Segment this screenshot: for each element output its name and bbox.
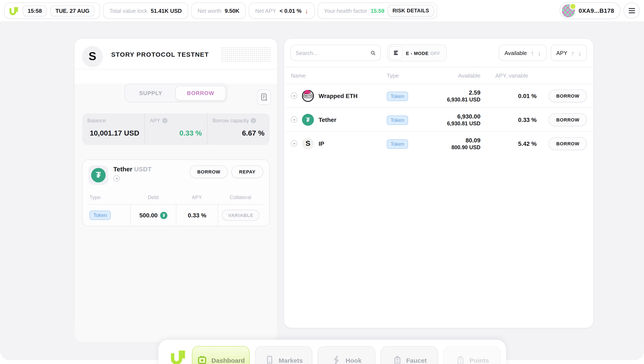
networth-stat: Net worth 9.50K <box>191 3 246 19</box>
position-panel-header: S STORY PROTOCOL TESTNET <box>74 39 277 70</box>
borrow-button[interactable]: BORROW <box>548 137 587 150</box>
app-logo-large-icon <box>169 347 187 364</box>
clock-group: 15:58 TUE. 27 AUG <box>4 3 100 19</box>
tab-borrow[interactable]: BORROW <box>176 86 226 100</box>
market-row-wrapped-eth[interactable]: WETH Wrapped ETH Token 2.59 6,930.81 USD… <box>284 84 593 107</box>
content-background: S STORY PROTOCOL TESTNET SUPPLY BO <box>0 21 644 360</box>
menu-button[interactable] <box>624 3 640 19</box>
sort-available-asc-icon[interactable]: ↑ <box>531 49 534 57</box>
tether-position-card: ₮ Tether USDT BORROW REPAY <box>82 159 270 226</box>
emode-label: E - MODE <box>406 51 429 56</box>
position-type-badge: Token <box>90 211 111 220</box>
header-apy: APY, variable <box>480 73 548 79</box>
wallet-button[interactable]: 0XA9...B178 <box>560 2 620 19</box>
header-name: Name <box>291 73 387 79</box>
nav-item-markets[interactable]: Markets <box>255 346 312 364</box>
position-panel-body: SUPPLY BORROW Balance 10,001.17 USD APY … <box>74 84 277 342</box>
nav-label-markets: Markets <box>279 356 303 364</box>
borrow-button[interactable]: BORROW <box>548 113 587 126</box>
top-bar: 15:58 TUE. 27 AUG Total value lock 51.41… <box>0 0 644 21</box>
search-input[interactable] <box>296 50 370 56</box>
nav-item-hook[interactable]: Hook <box>318 346 375 364</box>
sort-available-pill[interactable]: Available ↑ ↓ <box>499 45 546 61</box>
market-row-tether[interactable]: ₮ Tether Token 6,930.00 6,930.81 USD 0.3… <box>284 107 593 131</box>
search-icon <box>370 49 376 57</box>
available-amount: 2.59 <box>427 89 480 96</box>
col-collateral: Collateral <box>218 192 263 204</box>
row-expand-icon[interactable] <box>291 93 297 99</box>
borrow-capacity-value: 6.67 % <box>212 129 264 138</box>
tab-supply[interactable]: SUPPLY <box>126 86 176 100</box>
sort-apy-label: APY <box>556 50 567 56</box>
borrow-stats-row: Balance 10,001.17 USD APY i 0.33 % Borro… <box>82 113 270 145</box>
asset-name: Tether <box>318 116 336 123</box>
market-title: STORY PROTOCOL TESTNET <box>111 51 209 58</box>
position-table-header: Type Debt APY Collateral <box>88 192 263 204</box>
app-viewport: 15:58 TUE. 27 AUG Total value lock 51.41… <box>0 0 644 364</box>
nav-item-faucet[interactable]: Faucet <box>381 346 438 364</box>
netapy-label: Net APY <box>255 8 276 14</box>
sort-apy-asc-icon[interactable]: ↑ <box>571 49 574 57</box>
apy-stat: APY i 0.33 % <box>144 113 207 145</box>
dot-grid-decoration <box>221 47 271 62</box>
row-expand-icon[interactable] <box>291 140 297 147</box>
supply-borrow-tabs: SUPPLY BORROW <box>124 84 228 102</box>
hook-icon <box>332 355 342 364</box>
apy-label: APY <box>150 118 160 124</box>
header-available: Available <box>427 73 480 79</box>
row-expand-icon[interactable] <box>291 116 297 123</box>
health-factor-stat: Your health factor 15.59 RISK DETAILS <box>318 3 437 19</box>
apy-value: 0.33 % <box>150 129 202 138</box>
tvl-value: 51.41K USD <box>151 8 182 14</box>
borrow-button[interactable]: BORROW <box>548 89 587 102</box>
emode-toggle[interactable]: E - MODEOFF <box>387 44 446 61</box>
position-asset-symbol: USDT <box>134 165 152 173</box>
borrow-capacity-stat: Borrow capacity i 6.67 % <box>207 113 270 145</box>
balance-stat: Balance 10,001.17 USD <box>82 113 144 145</box>
markets-table-header: Name Type Available APY, variable <box>284 67 593 84</box>
hamburger-icon <box>628 8 635 9</box>
apy-info-icon[interactable]: i <box>162 118 168 123</box>
position-name-column: Tether USDT <box>113 165 152 182</box>
position-panel: S STORY PROTOCOL TESTNET SUPPLY BO <box>74 38 278 328</box>
dashboard-chip-icon <box>197 355 208 364</box>
time-display: 15:58 <box>22 5 47 17</box>
col-apy: APY <box>176 192 218 204</box>
markets-toolbar: E - MODEOFF Available ↑ ↓ APY ↑ ↓ <box>284 39 593 67</box>
position-table-row: Token 500.00 ₮ 0.33 % VARIABLE <box>88 204 263 226</box>
asset-type-badge: Token <box>387 139 408 149</box>
sort-available-desc-icon[interactable]: ↓ <box>538 49 541 57</box>
available-amount: 6,930.00 <box>427 113 480 120</box>
position-report-button[interactable] <box>257 90 271 105</box>
networth-value: 9.50K <box>225 8 239 14</box>
emode-icon <box>389 46 402 60</box>
nav-item-points[interactable]: Points <box>444 346 501 364</box>
borrow-capacity-info-icon[interactable]: i <box>251 118 256 123</box>
story-protocol-logo: S <box>82 46 103 67</box>
risk-details-button[interactable]: RISK DETAILS <box>388 5 434 17</box>
sort-controls: Available ↑ ↓ APY ↑ ↓ <box>499 45 587 61</box>
market-row-ip[interactable]: S IP Token 80.09 800.90 USD 5.42 % BORRO… <box>284 131 593 155</box>
position-actions: BORROW REPAY <box>190 165 263 178</box>
col-debt: Debt <box>130 192 176 204</box>
asset-type-badge: Token <box>387 115 408 125</box>
wallet-address: 0XA9...B178 <box>578 7 614 14</box>
search-box <box>290 45 381 61</box>
nav-label-hook: Hook <box>346 356 362 364</box>
collateral-variable-pill[interactable]: VARIABLE <box>222 210 260 221</box>
available-usd: 6,930.81 USD <box>427 120 480 126</box>
app-logo-icon <box>8 5 19 16</box>
sort-apy-pill[interactable]: APY ↑ ↓ <box>551 45 587 61</box>
sort-apy-desc-icon[interactable]: ↓ <box>578 49 582 57</box>
position-table: Type Debt APY Collateral Token 500.00 ₮ … <box>88 192 263 226</box>
position-repay-button[interactable]: REPAY <box>232 165 263 178</box>
nav-label-dashboard: Dashboard <box>212 356 245 364</box>
markets-icon <box>265 355 275 364</box>
position-debt-value: 500.00 <box>140 212 158 219</box>
bottom-nav: Dashboard Markets Hook Faucet <box>158 340 506 364</box>
emode-state: OFF <box>430 51 440 56</box>
tether-icon: ₮ <box>91 168 106 182</box>
position-borrow-button[interactable]: BORROW <box>190 165 228 178</box>
nav-item-dashboard[interactable]: Dashboard <box>192 346 250 364</box>
ip-coin-icon: S <box>302 137 314 149</box>
